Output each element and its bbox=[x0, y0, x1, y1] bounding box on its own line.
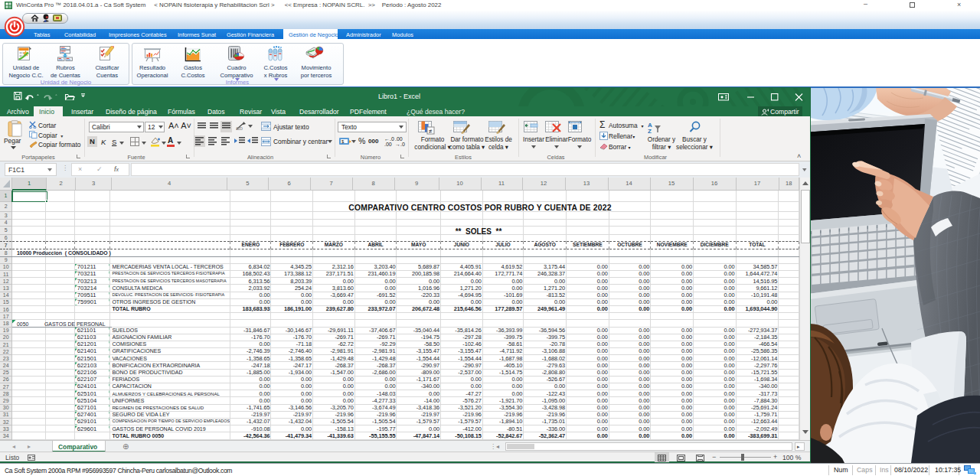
svg-text:Z: Z bbox=[648, 128, 652, 133]
svg-text:≠: ≠ bbox=[429, 128, 433, 135]
svg-text:ab: ab bbox=[236, 125, 243, 131]
